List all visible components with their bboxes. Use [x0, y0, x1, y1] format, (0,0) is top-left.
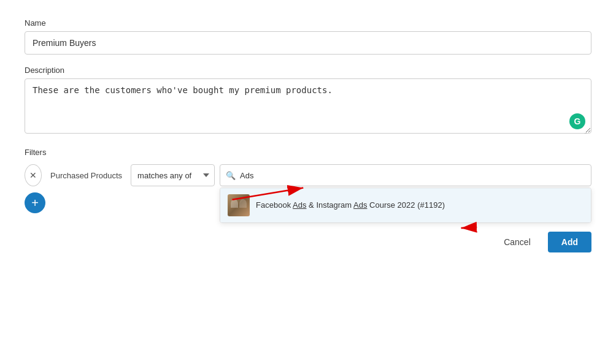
add-filter-button[interactable]: +	[25, 192, 45, 213]
plus-icon: +	[31, 197, 39, 209]
filter-row: ✕ Purchased Products matches any of matc…	[25, 164, 591, 186]
dropdown-item[interactable]: Facebook Ads & Instagram Ads Course 2022…	[220, 188, 591, 222]
filter-search-wrapper: 🔍 Facebook Ads & Instagram Ads Course 20…	[220, 164, 591, 186]
filter-search-input[interactable]	[220, 164, 591, 186]
description-label: Description	[25, 66, 591, 75]
description-field-group: Description These are the customers who'…	[25, 66, 591, 135]
grammarly-icon: G	[574, 116, 581, 126]
filter-operator-select[interactable]: matches any of matches all of matches no…	[131, 164, 215, 186]
filter-remove-button[interactable]: ✕	[25, 164, 42, 186]
close-icon: ✕	[29, 170, 37, 180]
description-textarea[interactable]: These are the customers who've bought my…	[25, 78, 591, 134]
add-button[interactable]: Add	[548, 232, 591, 252]
filter-dropdown-results: Facebook Ads & Instagram Ads Course 2022…	[220, 188, 591, 223]
name-input[interactable]	[25, 31, 591, 55]
name-label: Name	[25, 18, 591, 28]
cancel-button[interactable]: Cancel	[494, 232, 541, 252]
filter-type-label: Purchased Products	[47, 164, 126, 186]
action-row: Cancel Add	[25, 232, 591, 252]
filters-section: Filters ✕ Purchased Products matches any…	[25, 148, 591, 213]
search-icon: 🔍	[226, 171, 236, 180]
filters-label: Filters	[25, 148, 591, 157]
resize-handle[interactable]: ⌟	[584, 128, 590, 134]
grammarly-button[interactable]: G	[569, 113, 585, 129]
product-thumbnail	[228, 194, 250, 216]
name-field-group: Name	[25, 18, 591, 55]
description-wrapper: These are the customers who've bought my…	[25, 78, 591, 135]
product-name: Facebook Ads & Instagram Ads Course 2022…	[256, 200, 445, 211]
